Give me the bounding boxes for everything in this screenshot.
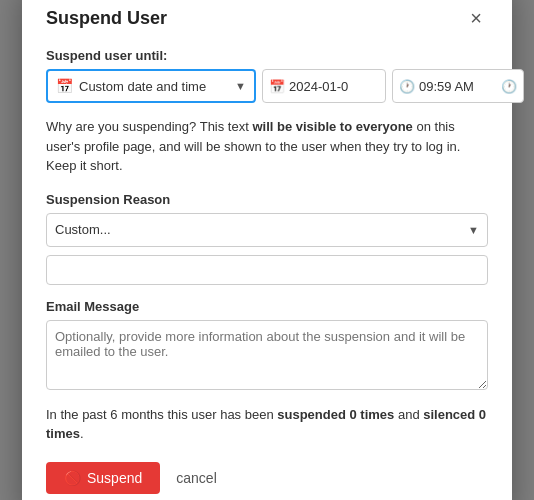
stats-text-middle: and — [394, 407, 423, 422]
time-input[interactable] — [419, 79, 497, 94]
modal-overlay: Suspend User × Suspend user until: 📅 Cus… — [0, 0, 534, 500]
suspension-reason-label: Suspension Reason — [46, 192, 488, 207]
stats-suspended-bold: suspended 0 times — [277, 407, 394, 422]
suspend-until-label: Suspend user until: — [46, 48, 488, 63]
chevron-down-icon: ▼ — [235, 80, 246, 92]
info-text-before: Why are you suspending? This text — [46, 119, 252, 134]
ban-icon: 🚫 — [64, 470, 81, 486]
reason-select[interactable]: Custom...Violating community guidelinesS… — [55, 222, 468, 237]
date-row: 📅 Custom date and time1 day1 week2 weeks… — [46, 69, 488, 103]
date-input-wrapper[interactable]: 📅 — [262, 69, 386, 103]
stats-text-before: In the past 6 months this user has been — [46, 407, 277, 422]
suspend-user-modal: Suspend User × Suspend user until: 📅 Cus… — [22, 0, 512, 500]
close-button[interactable]: × — [464, 6, 488, 30]
reason-text-input[interactable] — [46, 255, 488, 285]
info-text-bold: will be visible to everyone — [252, 119, 412, 134]
footer-actions: 🚫 Suspend cancel — [46, 462, 488, 494]
clock-icon: 🕐 — [399, 79, 415, 94]
calendar-input-icon: 📅 — [269, 79, 285, 94]
calendar-icon: 📅 — [56, 78, 73, 94]
suspend-button-label: Suspend — [87, 470, 142, 486]
modal-header: Suspend User × — [46, 6, 488, 30]
cancel-link[interactable]: cancel — [176, 470, 216, 486]
modal-title: Suspend User — [46, 8, 167, 29]
clock-icon-right: 🕐 — [501, 79, 517, 94]
time-input-wrapper[interactable]: 🕐 🕐 — [392, 69, 524, 103]
date-option-wrapper[interactable]: 📅 Custom date and time1 day1 week2 weeks… — [46, 69, 256, 103]
reason-chevron-down-icon: ▼ — [468, 224, 479, 236]
date-input[interactable] — [289, 79, 379, 94]
email-textarea[interactable] — [46, 320, 488, 390]
suspend-button[interactable]: 🚫 Suspend — [46, 462, 160, 494]
info-text: Why are you suspending? This text will b… — [46, 117, 488, 176]
stats-text: In the past 6 months this user has been … — [46, 405, 488, 444]
date-option-select[interactable]: Custom date and time1 day1 week2 weeks1 … — [79, 79, 231, 94]
stats-text-after: . — [80, 426, 84, 441]
email-message-label: Email Message — [46, 299, 488, 314]
reason-select-wrapper[interactable]: Custom...Violating community guidelinesS… — [46, 213, 488, 247]
